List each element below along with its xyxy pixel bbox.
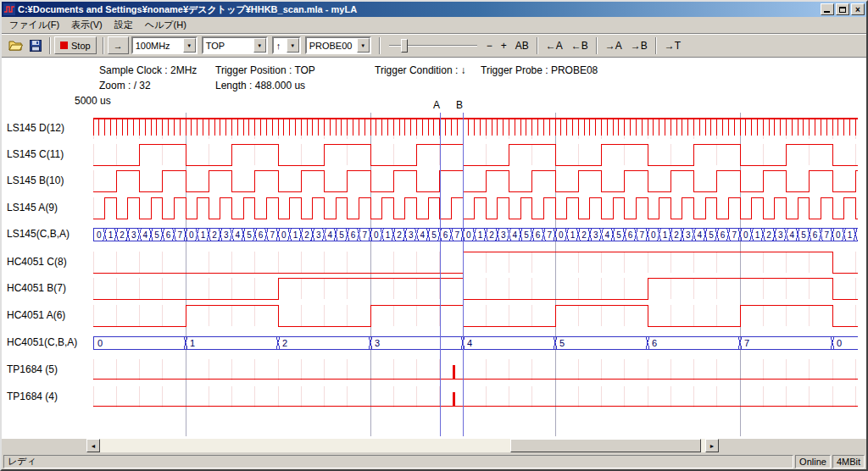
- svg-text:0: 0: [836, 230, 841, 240]
- run-button[interactable]: →: [108, 36, 129, 54]
- zoom-slider-thumb[interactable]: [401, 39, 408, 53]
- app-window: C:¥Documents and Settings¥noname¥デスクトップ¥…: [0, 0, 868, 471]
- svg-text:7: 7: [270, 230, 275, 240]
- svg-text:4: 4: [698, 230, 703, 240]
- trigger-position-combo[interactable]: TOP ▼: [202, 36, 268, 54]
- scroll-track[interactable]: [100, 439, 705, 452]
- svg-text:1: 1: [663, 230, 668, 240]
- save-button[interactable]: [25, 36, 46, 55]
- scrollbar-area: ◄ ►: [2, 439, 866, 453]
- trigger-position-text: Trigger Position : TOP: [215, 64, 315, 76]
- svg-text:5: 5: [154, 230, 159, 240]
- length-text: Length : 488.000 us: [215, 80, 305, 91]
- close-button[interactable]: ×: [851, 3, 865, 15]
- menu-view[interactable]: 表示(V): [65, 17, 108, 33]
- trigger-edge-combo[interactable]: ↑ ▼: [272, 36, 301, 54]
- svg-text:7: 7: [547, 230, 552, 240]
- trigger-probe-combo[interactable]: PROBE00 ▼: [305, 36, 371, 54]
- goto-marker-b-button[interactable]: ←B: [567, 36, 593, 54]
- svg-text:0: 0: [743, 230, 748, 240]
- svg-text:4: 4: [467, 338, 472, 348]
- svg-text:0: 0: [651, 230, 656, 240]
- status-message: レディ: [3, 455, 793, 468]
- svg-text:1: 1: [190, 338, 195, 348]
- set-marker-a-button[interactable]: →A: [601, 36, 626, 54]
- svg-text:6: 6: [351, 230, 356, 240]
- svg-text:2: 2: [120, 230, 125, 240]
- svg-text:6: 6: [721, 230, 726, 240]
- channel-label-ls145-c: LS145 C(11): [7, 148, 92, 160]
- status-memory: 4MBit: [832, 455, 865, 468]
- maximize-button[interactable]: [836, 3, 849, 15]
- toolbar-separator: [103, 37, 104, 54]
- svg-text:2: 2: [212, 230, 217, 240]
- zoom-out-button[interactable]: −: [482, 36, 497, 54]
- zoom-text: Zoom : / 32: [99, 80, 151, 91]
- chevron-down-icon[interactable]: ▼: [287, 38, 299, 53]
- channel-label-ls145-d: LS145 D(12): [7, 122, 92, 134]
- goto-trigger-button[interactable]: →T: [660, 36, 685, 54]
- svg-text:2: 2: [766, 230, 771, 240]
- title-bar[interactable]: C:¥Documents and Settings¥noname¥デスクトップ¥…: [2, 2, 866, 17]
- open-button[interactable]: [5, 36, 25, 55]
- stop-icon: [60, 42, 68, 49]
- svg-text:5: 5: [339, 230, 344, 240]
- menu-file[interactable]: ファイル(F): [3, 17, 65, 33]
- svg-text:0: 0: [837, 338, 842, 348]
- goto-marker-a-button[interactable]: ←A: [542, 36, 567, 54]
- set-marker-b-button[interactable]: →B: [626, 36, 652, 54]
- svg-text:3: 3: [778, 230, 783, 240]
- svg-text:1: 1: [108, 230, 114, 240]
- minimize-button[interactable]: [821, 3, 834, 15]
- svg-text:4: 4: [605, 230, 610, 240]
- svg-text:7: 7: [362, 230, 367, 240]
- scroll-left-button[interactable]: ◄: [86, 439, 100, 452]
- zoom-ab-button[interactable]: AB: [511, 36, 533, 54]
- svg-text:3: 3: [316, 230, 321, 240]
- svg-text:2: 2: [397, 230, 402, 240]
- channel-label-tp1684-5: TP1684 (5): [7, 363, 92, 375]
- zoom-in-button[interactable]: +: [497, 36, 511, 54]
- status-online: Online: [795, 455, 831, 468]
- scroll-right-button[interactable]: ►: [705, 439, 719, 452]
- horizontal-scrollbar[interactable]: ◄ ►: [86, 439, 719, 452]
- svg-text:2: 2: [581, 230, 587, 240]
- waveform-plot[interactable]: 0123456701234567012345670123456701234567…: [2, 58, 866, 439]
- trigger-probe-text: Trigger Probe : PROBE08: [481, 64, 598, 76]
- svg-text:0: 0: [97, 230, 102, 240]
- menu-help[interactable]: ヘルプ(H): [139, 17, 192, 33]
- chevron-down-icon[interactable]: ▼: [357, 38, 370, 53]
- svg-text:5: 5: [559, 338, 565, 348]
- svg-text:4: 4: [513, 230, 518, 240]
- svg-text:7: 7: [454, 230, 459, 240]
- svg-text:0: 0: [559, 230, 564, 240]
- channel-label-ls145-a: LS145 A(9): [7, 202, 92, 213]
- svg-text:0: 0: [374, 230, 379, 240]
- chevron-down-icon[interactable]: ▼: [183, 38, 196, 53]
- svg-text:6: 6: [536, 230, 541, 240]
- svg-text:1: 1: [848, 230, 853, 240]
- time-scale-label: 5000 us: [75, 95, 111, 107]
- scroll-thumb[interactable]: [510, 439, 701, 452]
- toolbar-separator: [49, 37, 51, 54]
- svg-text:1: 1: [201, 230, 206, 240]
- svg-text:7: 7: [824, 230, 829, 240]
- svg-text:7: 7: [732, 230, 737, 240]
- trigger-edge-value: ↑: [274, 41, 287, 51]
- zoom-slider[interactable]: [389, 37, 477, 54]
- svg-text:5: 5: [524, 230, 529, 240]
- trigger-probe-value: PROBE00: [307, 41, 357, 51]
- sample-clock-combo[interactable]: 100MHz ▼: [131, 36, 198, 54]
- chevron-down-icon[interactable]: ▼: [253, 38, 266, 53]
- maximize-icon: [839, 7, 846, 13]
- svg-text:6: 6: [166, 230, 171, 240]
- svg-text:2: 2: [304, 230, 309, 240]
- stop-button[interactable]: Stop: [54, 36, 97, 54]
- channel-label-ls145-b: LS145 B(10): [7, 175, 92, 186]
- menu-settings[interactable]: 設定: [108, 17, 139, 33]
- channel-label-hc4051-a: HC4051 A(6): [7, 309, 92, 321]
- svg-text:5: 5: [709, 230, 714, 240]
- svg-text:7: 7: [639, 230, 644, 240]
- toolbar: Stop → 100MHz ▼ TOP ▼ ↑ ▼ PROBE00 ▼ − + …: [2, 33, 866, 57]
- toolbar-separator: [379, 37, 381, 54]
